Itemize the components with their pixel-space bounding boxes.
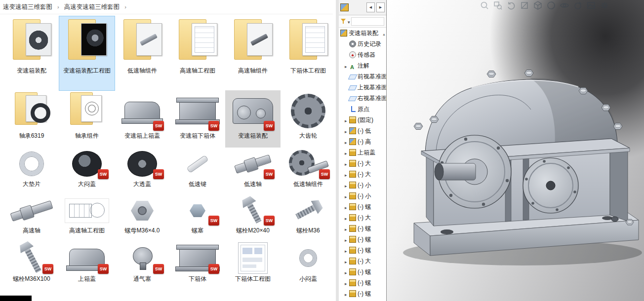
expand-arrow-icon[interactable] [345, 289, 349, 298]
file-item[interactable]: SW螺栓M36X100 [4, 241, 59, 291]
tree-item[interactable]: 传感器 [339, 49, 386, 60]
expand-arrow-icon[interactable] [345, 213, 349, 222]
tree-item[interactable]: (-) 大 [339, 256, 386, 266]
expand-arrow-icon[interactable] [345, 115, 349, 124]
part-icon [349, 203, 356, 210]
tree-item[interactable]: (-) 螺 [339, 245, 386, 256]
filter-dropdown-icon[interactable] [348, 17, 350, 26]
file-item[interactable]: 高速轴工程图 [59, 195, 115, 241]
breadcrumb-item[interactable]: 速变速箱三维套图 [1, 2, 54, 12]
tree-item[interactable]: 前视基准面 [339, 71, 386, 82]
plane-icon [348, 96, 357, 101]
part-icon [349, 225, 356, 232]
tree-item[interactable]: 上箱盖 [339, 147, 386, 158]
tree-item[interactable]: 注解 [339, 60, 386, 71]
part-thumbnail: SW [62, 149, 112, 179]
file-item[interactable]: SW大闷盖 [59, 148, 115, 195]
tree-item[interactable]: (-) 大 [339, 158, 386, 169]
file-item[interactable]: 小闷盖 [281, 241, 333, 291]
expand-arrow-icon[interactable] [345, 191, 349, 200]
expand-arrow-icon[interactable] [345, 267, 349, 276]
drawing-page-icon [238, 242, 268, 274]
expand-arrow-icon[interactable] [345, 126, 349, 135]
file-item[interactable]: SW螺栓M20×40 [225, 195, 281, 241]
file-item[interactable]: 下箱体工程图 [225, 241, 281, 291]
file-item[interactable]: 大垫片 [4, 148, 59, 195]
tree-item-root[interactable]: 变速箱装配 [339, 28, 386, 38]
filter-icon[interactable] [341, 18, 347, 24]
sensors-icon [349, 51, 356, 58]
panel-collapse-left-icon[interactable] [366, 2, 375, 12]
part-icon [349, 247, 356, 254]
featuremanager-tab-icon[interactable] [340, 3, 349, 11]
tree-filter-bar [339, 15, 386, 28]
expand-arrow-icon[interactable] [345, 148, 349, 157]
file-item[interactable]: SW上箱盖 [59, 241, 115, 291]
file-item[interactable]: SW低速轴 [225, 148, 281, 195]
expand-arrow-icon[interactable] [345, 181, 349, 189]
file-item[interactable]: 螺栓M36 [281, 195, 333, 241]
panel-expand-right-icon[interactable] [376, 2, 385, 12]
expand-arrow-icon[interactable] [345, 235, 349, 244]
file-item[interactable]: SW变速箱下箱体 [170, 90, 225, 148]
gear-icon [291, 94, 325, 128]
expand-arrow-icon[interactable] [345, 246, 349, 255]
breadcrumb-item[interactable]: 高速变速箱三维套图 [62, 2, 122, 12]
file-item[interactable]: SW低速轴组件 [281, 148, 333, 195]
tree-item[interactable]: 右视基准面 [339, 93, 386, 104]
expand-arrow-icon[interactable] [345, 257, 349, 265]
expand-arrow-icon[interactable] [345, 61, 349, 70]
blind-cover-icon [72, 151, 102, 177]
tree-item[interactable]: 历史记录 [339, 38, 386, 49]
tree-item[interactable]: (-) 小 [339, 180, 386, 190]
file-label: 高速轴工程图 [69, 227, 105, 235]
file-item[interactable]: 下箱体工程图 [281, 16, 333, 90]
tree-item[interactable]: (-) 大 [339, 212, 386, 223]
file-item[interactable]: 高速轴组件 [225, 16, 281, 90]
file-item[interactable]: 轴承6319 [4, 90, 59, 148]
file-item[interactable]: 低速键 [170, 148, 225, 195]
tree-item[interactable]: (-) 螺 [339, 234, 386, 245]
solidworks-badge-icon: SW [42, 264, 53, 274]
file-item-selected[interactable]: 变速箱装配工程图 [59, 16, 115, 90]
filter-input[interactable] [351, 17, 384, 26]
file-item[interactable]: SW通气塞 [115, 241, 170, 291]
3d-viewport[interactable] [387, 0, 644, 301]
tree-item[interactable]: (-) 低 [339, 125, 386, 136]
expand-arrow-icon[interactable] [345, 159, 349, 168]
tree-item[interactable]: 上视基准面 [339, 82, 386, 93]
file-label: 低速轴组件 [127, 67, 157, 75]
tree-item[interactable]: (-) 大 [339, 169, 386, 180]
folder-shaft-icon [228, 17, 278, 66]
solidworks-badge-icon: SW [264, 121, 275, 131]
tree-item[interactable]: (-) 螺 [339, 201, 386, 212]
file-item[interactable]: SW大透盖 [115, 148, 170, 195]
file-label: 变速箱上箱盖 [124, 132, 160, 140]
tree-item[interactable]: (固定) [339, 114, 386, 125]
tree-item[interactable]: (-) 小 [339, 190, 386, 201]
expand-arrow-icon[interactable] [345, 278, 349, 287]
tree-item[interactable]: (-) 高 [339, 136, 386, 147]
file-item[interactable]: 大齿轮 [281, 90, 333, 148]
file-item[interactable]: 螺母M36×4.0 [115, 195, 170, 241]
file-item-selected-inactive[interactable]: SW变速箱装配 [225, 90, 281, 148]
tree-item[interactable]: (-) 螺 [339, 288, 386, 299]
tree-item[interactable]: (-) 螺 [339, 223, 386, 234]
expand-arrow-icon[interactable] [345, 170, 349, 179]
tree-item[interactable]: 原点 [339, 104, 386, 114]
expand-arrow-icon[interactable] [345, 224, 349, 233]
file-item[interactable]: SW变速箱上箱盖 [115, 90, 170, 148]
part-thumbnail: SW [173, 242, 222, 274]
tree-item[interactable]: (-) 螺 [339, 277, 386, 288]
file-item[interactable]: 高速轴 [4, 195, 59, 241]
file-item[interactable]: 低速轴组件 [115, 16, 170, 90]
file-item[interactable]: SW下箱体 [170, 241, 225, 291]
expand-arrow-icon[interactable] [345, 137, 349, 146]
tree-item[interactable]: (-) 螺 [339, 266, 386, 277]
file-item[interactable]: 轴承组件 [59, 90, 115, 148]
file-item[interactable]: 变速箱装配 [4, 16, 59, 90]
scroll-up-icon[interactable] [382, 29, 386, 38]
expand-arrow-icon[interactable] [345, 202, 349, 211]
file-item[interactable]: 高速轴工程图 [170, 16, 225, 90]
file-item[interactable]: SW螺塞 [170, 195, 225, 241]
